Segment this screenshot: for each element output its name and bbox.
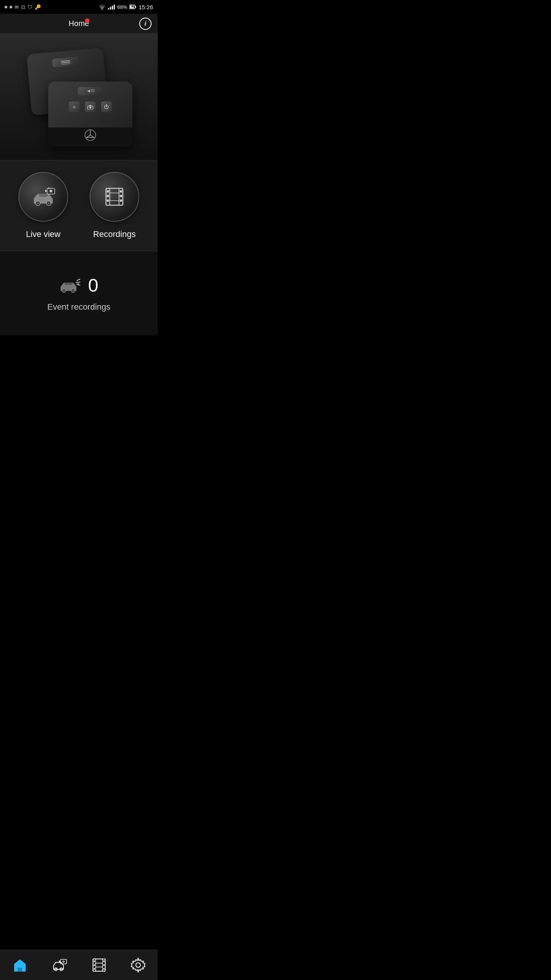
device-front-button-top (78, 87, 103, 95)
svg-rect-26 (120, 190, 122, 193)
svg-rect-2 (135, 6, 136, 8)
time-display: 15:26 (139, 4, 153, 10)
svg-point-34 (72, 289, 74, 291)
svg-line-5 (62, 64, 70, 64)
info-button[interactable]: i (139, 18, 152, 30)
svg-rect-28 (120, 199, 122, 202)
battery-icon (129, 5, 136, 9)
mercedes-star-front (84, 129, 96, 141)
svg-rect-23 (107, 190, 109, 193)
device-front-buttons (69, 101, 112, 112)
svg-point-17 (49, 189, 52, 192)
device-power-btn (101, 101, 112, 112)
svg-line-36 (76, 282, 80, 283)
live-view-circle (18, 172, 68, 222)
svg-rect-24 (107, 195, 109, 197)
gmail-icon: ✉ (15, 4, 19, 10)
signal-icon (108, 4, 115, 10)
svg-line-4 (62, 62, 70, 63)
live-view-button[interactable]: Live view (18, 172, 68, 239)
svg-rect-19 (48, 188, 50, 189)
wifi-icon (99, 4, 106, 10)
shield-icon: 🛡 (28, 4, 33, 10)
recording-indicator (85, 18, 90, 23)
event-car-icon (59, 277, 80, 294)
svg-line-37 (77, 284, 80, 285)
live-view-icon (31, 186, 56, 207)
svg-rect-25 (107, 199, 109, 202)
svg-point-10 (90, 106, 91, 108)
device-front (48, 82, 132, 147)
actions-area: Live view Recordings (0, 160, 158, 251)
svg-point-13 (37, 202, 39, 204)
event-count: 0 (88, 275, 98, 296)
svg-rect-27 (120, 195, 122, 197)
device-camera-btn (85, 101, 96, 112)
box-icon: ⊡ (21, 4, 25, 10)
svg-point-32 (63, 289, 65, 291)
key-icon: 🔑 (35, 4, 41, 10)
svg-line-35 (77, 279, 80, 281)
battery-percentage: 68% (117, 4, 127, 10)
status-bar: ✉ ⊡ 🛡 🔑 68% 15:26 (0, 0, 158, 14)
live-view-label: Live view (26, 229, 60, 239)
recordings-icon (103, 185, 126, 208)
event-label: Event recordings (47, 302, 110, 312)
device-back-button (52, 57, 80, 67)
event-row: 0 (59, 275, 98, 296)
status-right-icons: 68% 15:26 (99, 4, 153, 10)
device-image-area (0, 34, 158, 160)
recordings-circle (90, 172, 139, 222)
device-wrapper (25, 43, 132, 150)
recordings-button[interactable]: Recordings (90, 172, 139, 239)
recordings-label: Recordings (93, 229, 135, 239)
device-wifi-btn (69, 101, 80, 112)
svg-line-3 (61, 60, 70, 61)
dot-icon-1 (5, 6, 7, 8)
svg-point-15 (47, 202, 50, 204)
header: Home i (0, 14, 158, 34)
dot-icon-2 (10, 6, 12, 8)
status-left-icons: ✉ ⊡ 🛡 🔑 (5, 4, 41, 10)
event-area: 0 Event recordings (0, 251, 158, 335)
